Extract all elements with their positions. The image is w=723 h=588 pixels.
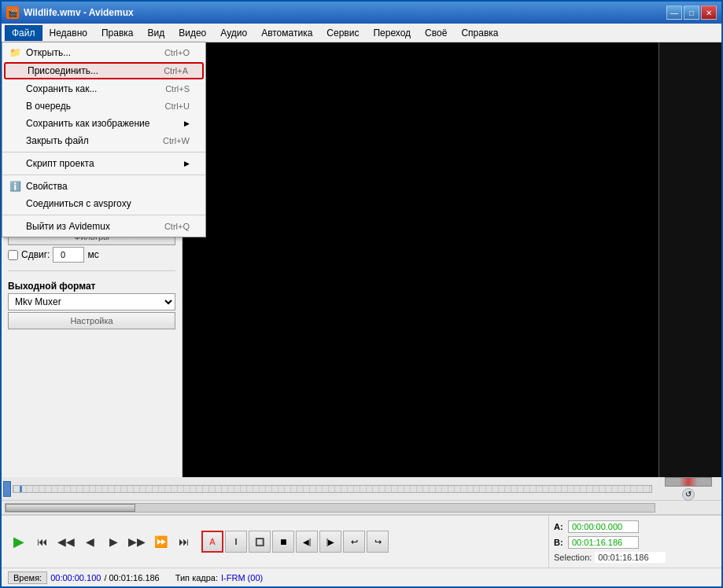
output-config-button[interactable]: Настройка — [8, 312, 175, 329]
delete-button[interactable]: |▶ — [319, 531, 341, 553]
timeline-position-indicator — [20, 486, 22, 492]
menu-video[interactable]: Видео — [172, 25, 213, 41]
a-time-value: 00:00:00.000 — [568, 520, 639, 533]
menu-save-image[interactable]: Сохранить как изображение — [2, 115, 205, 132]
minimize-button[interactable]: — — [666, 6, 682, 20]
title-bar-left: 🎬 Wildlife.wmv - Avidemux — [6, 6, 134, 19]
marker-a-display: A: 00:00:00.000 — [554, 520, 717, 533]
scroll-bar-row — [2, 501, 721, 515]
menu-goto[interactable]: Переход — [366, 25, 418, 41]
menu-auto[interactable]: Автоматика — [254, 25, 319, 41]
output-config-row: Настройка — [8, 312, 175, 329]
title-buttons: — □ ✕ — [666, 6, 717, 20]
output-format-row: Mkv Muxer — [8, 293, 175, 311]
menu-save-as[interactable]: Сохранить как... Ctrl+S — [2, 80, 205, 97]
menu-audio[interactable]: Аудио — [213, 25, 254, 41]
shift-unit-label: мс — [87, 249, 98, 260]
paste-button[interactable]: ◀| — [296, 531, 318, 553]
mark-b-button[interactable]: I — [225, 531, 247, 553]
menu-bar: Файл Недавно Правка Вид Видео Аудио Авто… — [2, 24, 721, 42]
menu-append[interactable]: Присоединить... Ctrl+A — [4, 62, 204, 79]
controls-area: ▶ ⏮ ◀◀ ◀ ▶ ▶▶ ⏩ ⏭ A I 🔲 ⏹ ◀| |▶ ↩ ↪ A: 0… — [2, 515, 721, 568]
selection-label: Selection: — [554, 553, 592, 562]
selection-display: Selection: 00:01:16.186 — [554, 552, 717, 563]
status-bar: Время: 00:00:00.100 / 00:01:16.186 Тип к… — [2, 568, 721, 586]
copy-button[interactable]: ⏹ — [272, 531, 294, 553]
step-back-button[interactable]: ◀ — [79, 531, 101, 553]
shift-label: Сдвиг: — [21, 249, 50, 260]
menu-view[interactable]: Вид — [141, 25, 172, 41]
separator-1 — [2, 152, 205, 153]
app-icon: 🎬 — [6, 6, 19, 19]
menu-connect[interactable]: Соединиться с avsproxy — [2, 195, 205, 212]
menu-open[interactable]: 📁 Открыть... Ctrl+O — [2, 44, 205, 61]
refresh-icon[interactable]: ↺ — [682, 488, 695, 501]
undo-button[interactable]: ↩ — [343, 531, 365, 553]
menu-recent[interactable]: Недавно — [42, 25, 94, 41]
menu-service[interactable]: Сервис — [319, 25, 366, 41]
scrollbar-thumb[interactable] — [6, 504, 135, 512]
menu-project[interactable]: Скрипт проекта — [2, 155, 205, 172]
mark-a-button[interactable]: A — [201, 531, 223, 553]
close-button[interactable]: ✕ — [701, 6, 717, 20]
menu-exit[interactable]: Выйти из Avidemux Ctrl+Q — [2, 218, 205, 235]
folder-icon: 📁 — [9, 46, 21, 59]
time-status-label: Время: — [8, 571, 47, 584]
video-preview — [183, 42, 658, 477]
zoom-controls: ↺ — [657, 477, 720, 501]
step-forward-button[interactable]: ▶ — [102, 531, 124, 553]
right-time-section: A: 00:00:00.000 B: 00:01:16.186 Selectio… — [548, 516, 721, 568]
zoom-indicator — [665, 477, 712, 487]
total-time-value: / 00:01:16.186 — [104, 573, 159, 582]
end-button[interactable]: ⏭ — [173, 531, 195, 553]
fast-forward-button[interactable]: ⏩ — [149, 531, 172, 553]
step-back-large-button[interactable]: ◀◀ — [55, 531, 77, 553]
b-time-value: 00:01:16.186 — [568, 536, 639, 549]
menu-help[interactable]: Справка — [454, 25, 505, 41]
file-dropdown-menu: 📁 Открыть... Ctrl+O Присоединить... Ctrl… — [2, 42, 206, 237]
menu-close-file[interactable]: Закрыть файл Ctrl+W — [2, 132, 205, 149]
title-bar: 🎬 Wildlife.wmv - Avidemux — □ ✕ — [2, 2, 721, 24]
menu-edit[interactable]: Правка — [94, 25, 141, 41]
selection-value: 00:01:16.186 — [595, 552, 666, 563]
panel-separator — [8, 270, 175, 271]
shift-row: Сдвиг: мс — [8, 247, 175, 263]
timeline-row: ↺ — [2, 477, 721, 501]
menu-custom[interactable]: Своё — [418, 25, 454, 41]
output-format-select[interactable]: Mkv Muxer — [8, 293, 175, 311]
mini-preview — [658, 42, 721, 477]
menu-queue[interactable]: В очередь Ctrl+U — [2, 97, 205, 115]
current-time-value: 00:00:00.100 — [50, 573, 101, 582]
maximize-button[interactable]: □ — [684, 6, 699, 20]
cut-button[interactable]: 🔲 — [249, 531, 271, 553]
b-label: B: — [554, 538, 565, 547]
separator-2 — [2, 175, 205, 175]
menu-properties[interactable]: ℹ️ Свойства — [2, 178, 205, 195]
playback-controls: ▶ ⏮ ◀◀ ◀ ▶ ▶▶ ⏩ ⏭ A I 🔲 ⏹ ◀| |▶ ↩ ↪ — [2, 526, 548, 557]
output-format-label: Выходной формат — [8, 281, 175, 292]
rewind-button[interactable]: ⏮ — [31, 531, 53, 553]
output-section: Выходной формат Mkv Muxer Настройка — [8, 277, 175, 331]
a-label: A: — [554, 522, 565, 531]
shift-checkbox[interactable] — [8, 250, 18, 260]
video-scrollbar[interactable] — [5, 503, 655, 513]
redo-button[interactable]: ↪ — [367, 531, 389, 553]
play-button[interactable]: ▶ — [8, 531, 30, 553]
window-title: Wildlife.wmv - Avidemux — [24, 7, 134, 18]
timeline-start-thumb[interactable] — [3, 481, 11, 497]
step-forward-large-button[interactable]: ▶▶ — [126, 531, 148, 553]
marker-b-display: B: 00:01:16.186 — [554, 536, 717, 549]
frame-type-value: I-FRM (00) — [221, 573, 263, 582]
frame-type-label: Тип кадра: — [175, 573, 218, 582]
timeline-track[interactable] — [13, 485, 652, 493]
menu-file[interactable]: Файл — [5, 25, 42, 41]
main-window: 🎬 Wildlife.wmv - Avidemux — □ ✕ Файл Нед… — [0, 0, 723, 588]
info-icon: ℹ️ — [9, 180, 21, 193]
shift-input[interactable] — [53, 247, 84, 263]
separator-3 — [2, 215, 205, 215]
